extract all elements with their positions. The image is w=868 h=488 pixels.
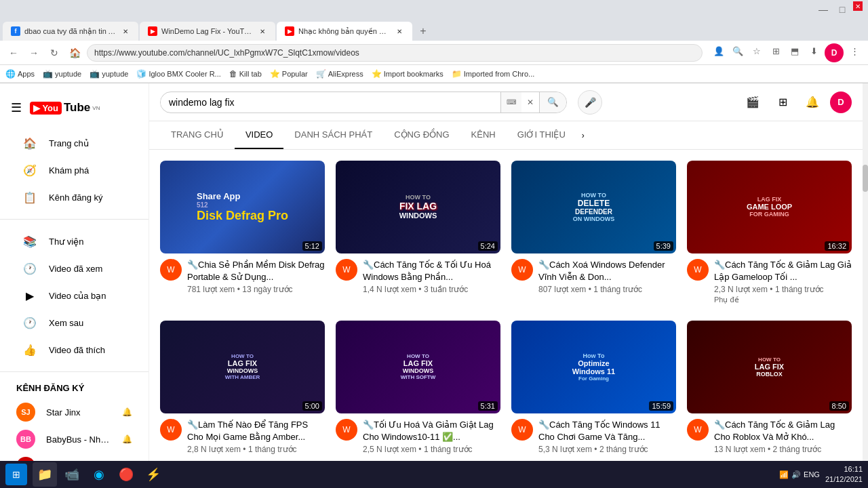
tab-cong-dong[interactable]: CỘNG ĐỒNG (383, 121, 460, 149)
video-info-7: W 🔧Cách Tăng Tốc Windows 11 Cho Chơi Gam… (511, 413, 676, 460)
tabs-more-button[interactable]: › (576, 123, 590, 148)
account-icon[interactable]: 👤 (711, 43, 727, 60)
video-card-7[interactable]: How To Optimize Windows 11 For Gaming 15… (511, 321, 676, 460)
notifications-button[interactable]: 🔔 (800, 90, 825, 115)
tab-1[interactable]: f dbao cua tvy đã nhận tin AE Tro... ✕ (3, 22, 138, 41)
tab-trang-chu[interactable]: TRANG CHỦ (160, 121, 235, 149)
bookmark-yuptude1[interactable]: 📺 yuptude (43, 69, 81, 79)
bookmark-apps[interactable]: 🌐 Apps (5, 69, 35, 79)
tab-kenh[interactable]: KÊNH (460, 121, 507, 149)
taskbar-browser[interactable]: ◉ (87, 462, 111, 487)
taskbar-video-call[interactable]: 📹 (60, 462, 84, 487)
apps-grid-icon[interactable]: ⊞ (768, 43, 784, 60)
bookmark-yuptude2[interactable]: 📺 yuptude (90, 69, 128, 79)
taskbar-file-explorer[interactable]: 📁 (33, 462, 57, 487)
video-card-2[interactable]: HOW TO FIX LAG WINDOWS 5:24 W 🔧Cách Tăng… (336, 161, 500, 310)
bookmark-import-label: Import bookmarks (384, 70, 443, 78)
sidebar-item-subscriptions[interactable]: 📋 Kênh đăng ký (5, 184, 143, 211)
bookmark-igloo[interactable]: 🧊 Igloo BMX Cooler R... (136, 69, 220, 79)
youtube-main: ⌨ ✕ 🔍 🎤 🎬 ⊞ 🔔 D TRANG CHỦ VIDEO DANH SÁC… (149, 83, 863, 488)
video-card-5[interactable]: HOW TO LAG FIX WINDOWS WITH AMBER 5:00 W… (160, 321, 325, 460)
sidebar-item-your-videos[interactable]: ▶ Video của bạn (5, 282, 143, 309)
tab-3[interactable]: ▶ Nhạc không bản quyền mo... ✕ (277, 22, 412, 41)
tab3-title: Nhạc không bản quyền mo... (298, 27, 391, 36)
video-info-3: W 🔧Cách Xoá Windows Defender Vĩnh Viễn &… (511, 253, 676, 300)
sidebar-item-library[interactable]: 📚 Thư viện (5, 228, 143, 255)
nav-icons: 👤 🔍 ☆ ⊞ ⬒ ⬇ D ⋮ (711, 43, 863, 62)
channel-avatar-8: W (687, 419, 709, 441)
tab2-close[interactable]: ✕ (258, 26, 267, 36)
create-video-button[interactable]: 🎬 (741, 90, 765, 115)
apps-button[interactable]: ⊞ (770, 90, 795, 115)
search-icon[interactable]: 🔍 (730, 43, 746, 60)
video-card-1[interactable]: Share App 512 Disk Defrag Pro 5:12 W 🔧Ch… (160, 161, 325, 310)
video-thumb-4: LAG FIX GAME LOOP FOR GAMING 16:32 (687, 161, 852, 253)
tab1-title: dbao cua tvy đã nhận tin AE Tro... (24, 27, 117, 36)
search-input[interactable] (161, 97, 500, 108)
network-icon: 📶 (779, 470, 789, 479)
sidebar-item-history[interactable]: 🕐 Video đã xem (5, 255, 143, 282)
forward-button[interactable]: → (26, 45, 42, 61)
minimize-button[interactable]: — (815, 1, 831, 18)
start-button[interactable]: ⊞ (5, 464, 27, 485)
tab-gioi-thieu[interactable]: GIỚI THIỆU (507, 121, 576, 149)
video-badge-4: Phụ đề (714, 296, 852, 304)
home-button[interactable]: 🏠 (66, 45, 83, 61)
explore-icon: 🧭 (22, 164, 38, 177)
video-time-2: 3 tuần trước (424, 285, 468, 294)
menu-icon[interactable]: ⋮ (846, 43, 863, 60)
back-button[interactable]: ← (5, 45, 22, 61)
tab3-close[interactable]: ✕ (395, 26, 404, 36)
video-card-6[interactable]: HOW TO LAG FIX WINDOWS WITH SOFTW 5:31 W… (336, 321, 500, 460)
bookmark-popular[interactable]: ⭐ Popular (270, 69, 308, 79)
search-submit-button[interactable]: 🔍 (539, 92, 566, 113)
tab-danh-sach-phat[interactable]: DANH SÁCH PHÁT (283, 121, 383, 149)
lang-label: ENG (804, 470, 820, 479)
video-views-1: 781 lượt xem (187, 285, 235, 294)
video-time-4: 1 tháng trước (775, 285, 824, 294)
profile-avatar[interactable]: D (825, 43, 844, 62)
video-card-3[interactable]: HOW TO DELETE DEFENDER ON WINDOWS 5:39 W… (511, 161, 676, 310)
youtube-app: ☰ ▶ You Tube VN 🏠 Trang chủ 🧭 Khám phá 📋… (0, 83, 868, 488)
address-bar[interactable]: https://www.youtube.com/channel/UC_lxhPg… (87, 44, 703, 62)
taskbar-app4[interactable]: 🔴 (114, 462, 138, 487)
taskbar-app5[interactable]: ⚡ (141, 462, 165, 487)
channel-item-starjinx[interactable]: SJ Star Jinx 🔔 (0, 399, 149, 426)
tab-video[interactable]: VIDEO (235, 121, 283, 149)
bookmark-imported[interactable]: 📁 Imported from Chro... (452, 69, 535, 79)
tab-2[interactable]: ▶ WinDemo Lag Fix - YouTube ✕ (140, 22, 275, 41)
sidebar-item-explore[interactable]: 🧭 Khám phá (5, 157, 143, 184)
voice-search-button[interactable]: 🎤 (578, 90, 602, 115)
channel-tabs: TRANG CHỦ VIDEO DANH SÁCH PHÁT CỘNG ĐỒNG… (149, 121, 863, 150)
search-clear-button[interactable]: ✕ (521, 98, 539, 107)
hamburger-menu[interactable]: ☰ (11, 100, 22, 115)
bookmark-aliexpress[interactable]: 🛒 AliExpress (316, 69, 363, 79)
video-details-7: 🔧Cách Tăng Tốc Windows 11 Cho Chơi Game … (538, 419, 676, 454)
sidebar-divider1 (0, 219, 149, 220)
user-avatar[interactable]: D (830, 92, 852, 113)
reload-button[interactable]: ↻ (46, 45, 62, 61)
sidebar-item-watch-later[interactable]: 🕐 Xem sau (5, 309, 143, 336)
video-card-8[interactable]: HOW TO LAG FIX ROBLOX 8:50 W 🔧Cách Tăng … (687, 321, 852, 460)
clock-date: 21/12/2021 (825, 474, 863, 485)
sidebar-item-liked[interactable]: 👍 Video đã thích (5, 336, 143, 363)
maximize-button[interactable]: □ (834, 1, 850, 18)
youtube-logo[interactable]: ▶ You Tube VN (30, 101, 100, 115)
bookmark-killtab[interactable]: 🗑 Kill tab (229, 69, 262, 79)
scrollbar[interactable] (863, 83, 868, 488)
close-button[interactable]: ✕ (853, 1, 863, 11)
videos-row2: HOW TO LAG FIX WINDOWS WITH AMBER 5:00 W… (160, 321, 852, 460)
bookmark-aliexpress-label: AliExpress (328, 70, 363, 78)
scrollbar-thumb[interactable] (863, 165, 868, 192)
tab1-close[interactable]: ✕ (121, 26, 130, 36)
sidebar-library-label: Thư viện (49, 237, 83, 247)
new-tab-button[interactable]: + (414, 22, 433, 41)
bookmark-star-icon[interactable]: ☆ (749, 43, 765, 60)
video-card-4[interactable]: LAG FIX GAME LOOP FOR GAMING 16:32 W 🔧Cá… (687, 161, 852, 310)
channel-avatar-2: W (336, 259, 357, 281)
bookmark-import[interactable]: ⭐ Import bookmarks (372, 69, 443, 79)
channel-item-babybus[interactable]: BB BabyBus - Nhạc thi... 🔔 (0, 426, 149, 453)
cast-icon[interactable]: ⬒ (787, 43, 803, 60)
download-icon[interactable]: ⬇ (806, 43, 822, 60)
sidebar-item-home[interactable]: 🏠 Trang chủ (5, 129, 143, 157)
